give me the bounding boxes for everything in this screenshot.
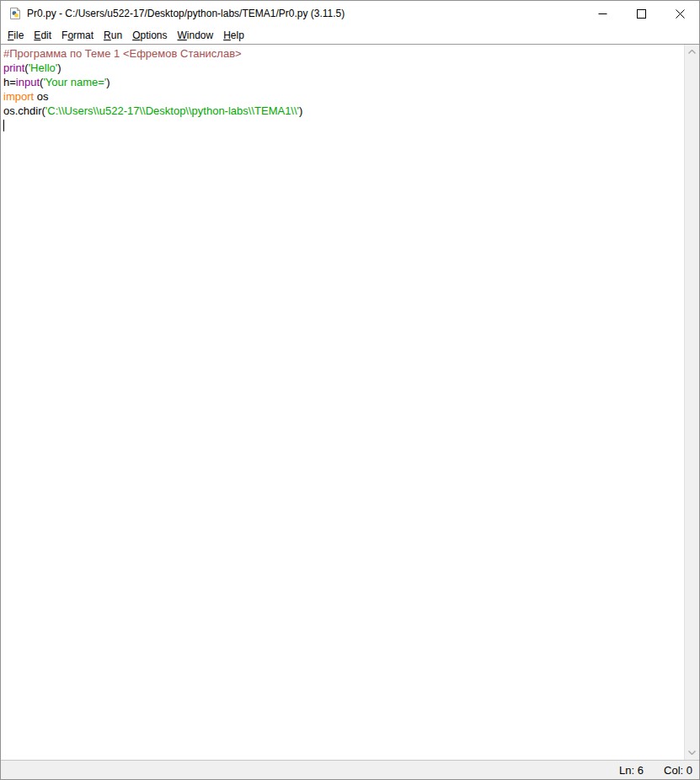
code-segment-comment: #Программа по Теме 1 <Ефремов Станислав>: [3, 47, 242, 60]
menu-window[interactable]: Window: [173, 28, 219, 43]
status-column-number: Col: 0: [664, 764, 692, 777]
maximize-button[interactable]: [622, 1, 660, 26]
code-segment-normal: ): [299, 104, 302, 117]
code-line[interactable]: [3, 118, 683, 132]
code-segment-normal: ): [57, 61, 61, 74]
window-controls: [583, 1, 699, 26]
text-cursor: [3, 120, 4, 131]
menu-bar: FileEditFormatRunOptionsWindowHelp: [1, 26, 699, 45]
idle-editor-window: Pr0.py - C:/Users/u522-17/Desktop/python…: [0, 0, 700, 780]
close-button[interactable]: [660, 1, 699, 26]
editor[interactable]: #Программа по Теме 1 <Ефремов Станислав>…: [1, 45, 699, 760]
menu-format[interactable]: Format: [56, 28, 99, 43]
menu-file[interactable]: File: [3, 28, 29, 43]
code-area[interactable]: #Программа по Теме 1 <Ефремов Станислав>…: [3, 46, 683, 760]
code-segment-string: 'Hello': [29, 61, 58, 74]
code-line[interactable]: print('Hello'): [3, 61, 683, 75]
minimize-icon: [598, 9, 607, 19]
code-segment-normal: os.chdir(: [3, 104, 45, 117]
code-segment-normal: h=: [3, 76, 16, 88]
close-icon: [676, 9, 685, 19]
code-segment-string: 'Your name=': [43, 76, 106, 88]
menu-run[interactable]: Run: [99, 28, 127, 43]
code-line[interactable]: h=input('Your name='): [3, 75, 683, 89]
maximize-icon: [637, 9, 646, 19]
code-line[interactable]: #Программа по Теме 1 <Ефремов Станислав>: [3, 46, 683, 61]
window-title: Pr0.py - C:/Users/u522-17/Desktop/python…: [27, 8, 345, 19]
code-line[interactable]: os.chdir('C:\\Users\\u522-17\\Desktop\\p…: [3, 104, 683, 118]
code-segment-normal: os: [34, 90, 48, 103]
menu-help[interactable]: Help: [218, 28, 249, 43]
code-segment-builtin: print: [3, 61, 24, 74]
code-segment-normal: ): [106, 76, 110, 88]
scroll-down-button[interactable]: [685, 745, 699, 760]
status-line-number: Ln: 6: [619, 764, 644, 777]
menu-edit[interactable]: Edit: [29, 28, 56, 43]
chevron-down-icon: [688, 751, 696, 755]
code-line[interactable]: import os: [3, 89, 683, 104]
title-bar[interactable]: Pr0.py - C:/Users/u522-17/Desktop/python…: [1, 1, 699, 26]
code-segment-builtin: input: [16, 76, 40, 88]
scroll-up-button[interactable]: [685, 45, 699, 59]
chevron-up-icon: [688, 50, 696, 54]
status-bar: Ln: 6 Col: 0: [1, 760, 699, 779]
minimize-button[interactable]: [583, 1, 622, 26]
python-file-icon[interactable]: [8, 7, 22, 20]
code-segment-keyword: import: [3, 90, 34, 103]
menu-options[interactable]: Options: [127, 28, 172, 43]
code-segment-string: 'C:\\Users\\u522-17\\Desktop\\python-lab…: [45, 104, 299, 117]
vertical-scrollbar[interactable]: [684, 45, 699, 760]
